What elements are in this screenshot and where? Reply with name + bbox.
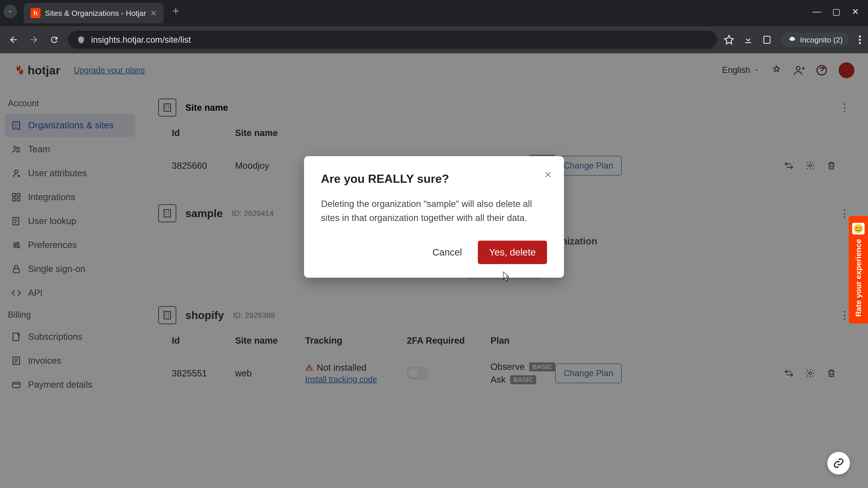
- incognito-label: Incognito (2): [800, 35, 843, 44]
- address-bar: insights.hotjar.com/site/list Incognito …: [0, 26, 868, 53]
- feedback-tab[interactable]: Rate your experience 😊: [849, 216, 868, 324]
- incognito-badge[interactable]: Incognito (2): [781, 33, 849, 47]
- site-settings-icon[interactable]: [77, 35, 86, 44]
- browser-tab-strip: h Sites & Organizations - Hotjar × + — ▢…: [0, 0, 868, 26]
- app-root: hotjar Upgrade your plans English Accoun…: [0, 53, 868, 488]
- close-window-icon[interactable]: ✕: [852, 7, 859, 17]
- modal-close-button[interactable]: ×: [544, 167, 552, 182]
- svg-rect-0: [764, 36, 770, 43]
- url-text: insights.hotjar.com/site/list: [91, 35, 191, 45]
- back-button[interactable]: [7, 33, 20, 46]
- url-input[interactable]: insights.hotjar.com/site/list: [68, 31, 717, 49]
- link-icon: [833, 457, 844, 469]
- link-fab[interactable]: [827, 452, 850, 475]
- feedback-label: Rate your experience: [854, 239, 863, 317]
- close-tab-icon[interactable]: ×: [151, 7, 157, 19]
- svg-point-2: [859, 39, 861, 41]
- svg-point-1: [859, 35, 861, 37]
- confirm-delete-button[interactable]: Yes, delete: [478, 240, 547, 264]
- modal-body: Deleting the organization "sample" will …: [321, 197, 547, 225]
- chrome-menu-icon[interactable]: [859, 35, 861, 45]
- new-tab-button[interactable]: +: [173, 4, 179, 18]
- modal-title: Are you REALLY sure?: [321, 172, 547, 186]
- minimize-icon[interactable]: —: [812, 7, 821, 17]
- tab-search-button[interactable]: [3, 5, 17, 18]
- confirm-delete-modal: × Are you REALLY sure? Deleting the orga…: [304, 156, 564, 278]
- feedback-emoji-icon: 😊: [852, 223, 865, 234]
- cancel-button[interactable]: Cancel: [422, 240, 472, 264]
- incognito-icon: [787, 35, 797, 44]
- reading-list-icon[interactable]: [762, 35, 772, 44]
- tab-title: Sites & Organizations - Hotjar: [45, 9, 146, 18]
- mouse-cursor: [503, 271, 511, 284]
- reload-button[interactable]: [48, 33, 61, 46]
- forward-button[interactable]: [27, 33, 41, 46]
- svg-point-3: [859, 42, 861, 44]
- browser-tab[interactable]: h Sites & Organizations - Hotjar ×: [24, 3, 163, 23]
- downloads-icon[interactable]: [743, 35, 753, 45]
- bookmark-star-icon[interactable]: [724, 35, 734, 45]
- hotjar-favicon: h: [31, 8, 40, 18]
- maximize-icon[interactable]: ▢: [832, 7, 840, 17]
